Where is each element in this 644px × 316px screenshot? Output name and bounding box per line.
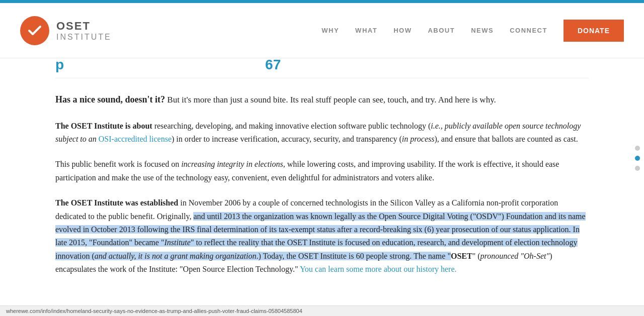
est-bold2: OSET: [451, 252, 472, 260]
nav-connect[interactable]: CONNECT: [510, 27, 547, 34]
logo-circle: [20, 16, 49, 45]
intro-bold: Has a nice sound, doesn't it?: [55, 94, 165, 104]
about-bold: The OSET Institute is about: [55, 122, 152, 130]
logo-area[interactable]: OSET INSTITUTE: [20, 16, 112, 45]
scroll-dot-1: [635, 146, 640, 151]
about-paragraph: The OSET Institute is about researching,…: [55, 120, 589, 146]
est-highlighted-italic2: and actually, it is not a grant making o…: [95, 252, 257, 260]
est-highlighted-italic: Institute: [164, 238, 190, 247]
about-italic2: in process: [402, 135, 435, 143]
scroll-dot-2: [635, 156, 640, 161]
header: OSET INSTITUTE WHY WHAT HOW ABOUT NEWS C…: [0, 3, 644, 58]
pb-italic: increasing integrity in elections: [181, 160, 283, 168]
public-benefit-paragraph: This public benefit work is focused on i…: [55, 158, 589, 184]
about-text3: ), and ensure that ballots are counted a…: [434, 135, 578, 143]
nav-what[interactable]: WHAT: [355, 27, 377, 34]
page-content: p 67 Has a nice sound, doesn't it? But i…: [25, 58, 619, 308]
intro-rest: But it's more than just a sound bite. It…: [165, 95, 496, 104]
about-text1: researching, developing, and making inno…: [152, 122, 431, 130]
nav-how[interactable]: HOW: [393, 27, 412, 34]
scroll-indicator: [631, 141, 644, 176]
logo-text: OSET INSTITUTE: [56, 20, 112, 42]
nav-news[interactable]: NEWS: [471, 27, 494, 34]
nav-why[interactable]: WHY: [321, 27, 339, 34]
status-bar: wherewe.com/info/index/homeland-security…: [0, 305, 644, 308]
history-link[interactable]: You can learn some more about our histor…: [300, 265, 457, 273]
est-italic3: pronounced "Oh-Set": [480, 252, 550, 260]
status-text: wherewe.com/info/index/homeland-security…: [6, 308, 302, 308]
partial-heading: p 67: [55, 58, 589, 78]
nav-about[interactable]: ABOUT: [428, 27, 455, 34]
established-bold: The OSET Institute was established: [55, 198, 178, 207]
osi-link[interactable]: OSI-accredited license: [99, 135, 172, 143]
brand-subtitle: INSTITUTE: [56, 33, 112, 42]
main-text-area: Has a nice sound, doesn't it? But it's m…: [55, 78, 589, 276]
main-nav: WHY WHAT HOW ABOUT NEWS CONNECT DONATE: [321, 20, 624, 42]
brand-name: OSET: [56, 20, 112, 33]
donate-button[interactable]: DONATE: [564, 20, 624, 42]
established-paragraph: The OSET Institute was established in No…: [55, 196, 589, 276]
est-highlighted3: .) Today, the OSET Institute is 60 peopl…: [256, 252, 451, 260]
est-text2: " (: [472, 252, 480, 260]
scroll-dot-3: [635, 166, 640, 171]
pb-text1: This public benefit work is focused on: [55, 160, 181, 168]
about-text2: in order to increase verification, accur…: [174, 135, 401, 143]
intro-paragraph: Has a nice sound, doesn't it? But it's m…: [55, 92, 589, 108]
